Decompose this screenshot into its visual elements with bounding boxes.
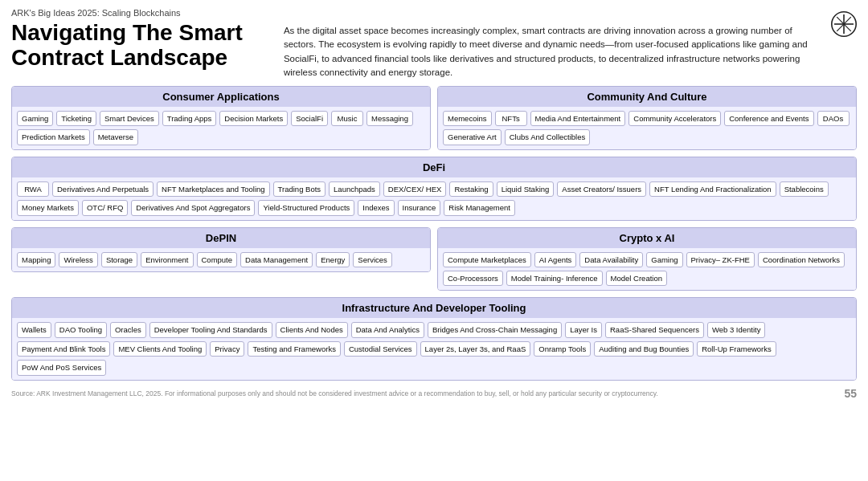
defi-section: DeFi RWADerivatives And PerpetualsNFT Ma… — [11, 157, 857, 221]
chip: Decision Markets — [219, 111, 288, 126]
depin-body: MappingWirelessStorageEnvironmentCompute… — [12, 248, 430, 271]
footer: Source: ARK Investment Management LLC, 2… — [11, 387, 857, 400]
page-number: 55 — [844, 387, 857, 400]
header: ARK's Big Ideas 2025: Scaling Blockchain… — [11, 8, 857, 79]
chip: SocialFi — [291, 111, 328, 126]
chip: Compute Marketplaces — [443, 252, 531, 267]
chip: RaaS-Shared Sequencers — [605, 322, 704, 337]
chip: Bridges And Cross-Chain Messaging — [428, 322, 562, 337]
chip: Co-Processors — [443, 271, 503, 286]
chip: PoW And PoS Services — [17, 360, 106, 375]
chip: Media And Entertainment — [530, 111, 626, 126]
chip: Ticketing — [56, 111, 96, 126]
chip: Data Availability — [579, 252, 643, 267]
chip: Testing and Frameworks — [248, 341, 340, 357]
page-title: Navigating The Smart Contract Landscape — [11, 21, 243, 71]
chip: DAOs — [817, 111, 850, 126]
chip: Compute — [197, 252, 238, 267]
chip: Wireless — [59, 252, 97, 267]
chip: AI Agents — [534, 252, 577, 267]
infrastructure-section: Infrastructure And Developer Tooling Wal… — [11, 297, 857, 380]
community-culture-body: MemecoinsNFTsMedia And EntertainmentComm… — [438, 107, 856, 149]
chip: Web 3 Identity — [707, 322, 766, 337]
chip: Onramp Tools — [534, 341, 591, 357]
chip: Restaking — [449, 181, 493, 197]
chip: Messaging — [366, 111, 413, 126]
chip: Derivatives And Spot Aggregators — [131, 200, 255, 215]
chip: Environment — [141, 252, 193, 267]
chip: Stablecoins — [780, 181, 829, 197]
defi-header: DeFi — [12, 157, 856, 177]
chip: Smart Devices — [100, 111, 159, 126]
chip: Music — [331, 111, 363, 126]
page: ARK's Big Ideas 2025: Scaling Blockchain… — [0, 0, 868, 481]
chip: Payment And Blink Tools — [17, 341, 110, 357]
chip: Storage — [101, 252, 137, 267]
chip: DEX/CEX/ HEX — [383, 181, 447, 197]
chip: Model Creation — [606, 271, 667, 286]
ark-label: ARK's Big Ideas 2025: Scaling Blockchain… — [11, 8, 243, 18]
chip: Data And Analytics — [351, 322, 424, 337]
depin-header: DePIN — [12, 228, 430, 248]
chip: Roll-Up Frameworks — [697, 341, 776, 357]
row-3: DePIN MappingWirelessStorageEnvironmentC… — [11, 227, 857, 298]
chip: Asset Creators/ Issuers — [557, 181, 646, 197]
chip: Data Management — [240, 252, 313, 267]
chip: Conference and Events — [724, 111, 813, 126]
chip: Wallets — [17, 322, 51, 337]
consumer-applications-header: Consumer Applications — [12, 87, 430, 107]
chip: Money Markets — [17, 200, 79, 215]
chip: Memecoins — [443, 111, 492, 126]
defi-body: RWADerivatives And PerpetualsNFT Marketp… — [12, 177, 856, 220]
infrastructure-header: Infrastructure And Developer Tooling — [12, 298, 856, 318]
chip: Yield-Structured Products — [258, 200, 354, 215]
chip: Generative Art — [443, 129, 502, 145]
chip: NFTs — [495, 111, 527, 126]
crypto-ai-header: Crypto x AI — [438, 228, 856, 248]
chip: Mapping — [17, 252, 55, 267]
chip: Privacy — [210, 341, 244, 357]
chip: Community Accelerators — [628, 111, 721, 126]
chip: Gaming — [646, 252, 682, 267]
chip: Trading Bots — [273, 181, 326, 197]
chip: Prediction Markets — [17, 129, 90, 145]
chip: Clubs And Collectibles — [505, 129, 591, 145]
chip: Trading Apps — [162, 111, 217, 126]
chip: OTC/ RFQ — [82, 200, 128, 215]
chip: Custodial Services — [344, 341, 417, 357]
chip: Risk Management — [444, 200, 515, 215]
chip: Derivatives And Perpetuals — [52, 181, 154, 197]
community-culture-header: Community And Culture — [438, 87, 856, 107]
chip: Services — [353, 252, 391, 267]
crypto-ai-body: Compute MarketplacesAI AgentsData Availa… — [438, 248, 856, 291]
consumer-applications-section: Consumer Applications GamingTicketingSma… — [11, 86, 431, 150]
chip: Developer Tooling And Standards — [149, 322, 272, 337]
chip: Gaming — [17, 111, 53, 126]
consumer-applications-body: GamingTicketingSmart DevicesTrading Apps… — [12, 107, 430, 149]
chip: NFT Marketplaces and Tooling — [157, 181, 270, 197]
row-1: Consumer Applications GamingTicketingSma… — [11, 86, 857, 157]
footer-text: Source: ARK Investment Management LLC, 2… — [11, 389, 658, 397]
ark-logo-icon — [831, 11, 857, 37]
chip: MEV Clients And Tooling — [113, 341, 207, 357]
chip: Clients And Nodes — [276, 322, 348, 337]
chip: Metaverse — [93, 129, 138, 145]
chip: Model Training- Inference — [506, 271, 603, 286]
chip: DAO Tooling — [55, 322, 107, 337]
chip: Layer 2s, Layer 3s, and RaaS — [420, 341, 531, 357]
chip: Privacy– ZK-FHE — [686, 252, 755, 267]
community-culture-section: Community And Culture MemecoinsNFTsMedia… — [437, 86, 857, 150]
chip: Layer Is — [565, 322, 602, 337]
chip: RWA — [17, 181, 49, 197]
infrastructure-body: WalletsDAO ToolingOraclesDeveloper Tooli… — [12, 318, 856, 379]
chip: Coordination Networks — [758, 252, 845, 267]
chip: Energy — [316, 252, 350, 267]
header-left: ARK's Big Ideas 2025: Scaling Blockchain… — [11, 8, 243, 71]
chip: Insurance — [398, 200, 441, 215]
depin-section: DePIN MappingWirelessStorageEnvironmentC… — [11, 227, 431, 291]
chip: Oracles — [110, 322, 146, 337]
chip: NFT Lending And Fractionalization — [649, 181, 776, 197]
crypto-ai-section: Crypto x AI Compute MarketplacesAI Agent… — [437, 227, 857, 291]
chip: Launchpads — [329, 181, 380, 197]
chip: Liquid Staking — [497, 181, 555, 197]
